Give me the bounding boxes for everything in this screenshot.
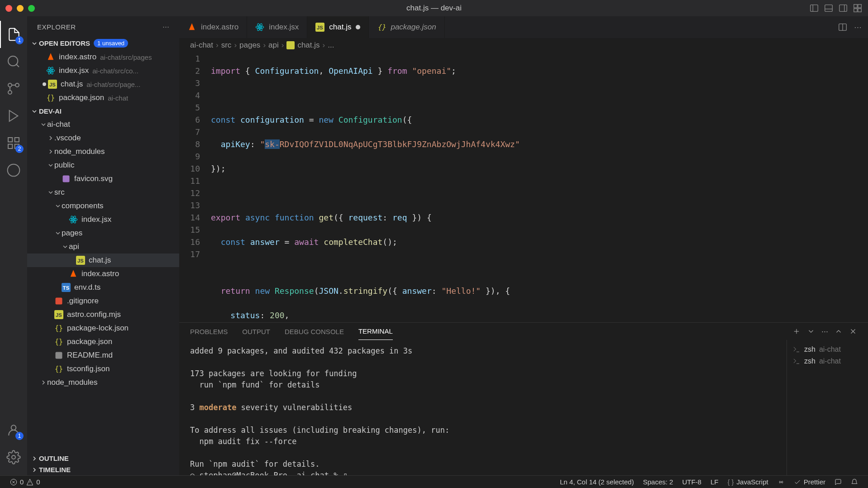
activity-explorer[interactable]: 1	[0, 21, 27, 48]
close-panel-icon[interactable]	[849, 327, 857, 335]
edge-icon	[6, 163, 21, 177]
activity-search[interactable]	[0, 48, 27, 75]
file-item[interactable]: .gitignore	[27, 294, 179, 308]
new-terminal-icon[interactable]	[792, 327, 801, 335]
code-content[interactable]: import { Configuration, OpenAIApi } from…	[211, 53, 868, 322]
svg-text:{}: {}	[377, 23, 386, 31]
chevron-icon	[47, 162, 54, 169]
explorer-more-icon[interactable]: ⋯	[162, 23, 170, 31]
file-item[interactable]: JSastro.config.mjs	[27, 308, 179, 321]
status-radio[interactable]	[773, 478, 789, 486]
split-editor-icon[interactable]	[838, 22, 848, 32]
window-maximize[interactable]	[28, 5, 35, 12]
svg-rect-0	[811, 5, 818, 12]
svg-rect-6	[854, 5, 857, 8]
panel-more-icon[interactable]: ⋯	[821, 327, 828, 335]
panel-tab-terminal[interactable]: TERMINAL	[358, 323, 393, 340]
svg-point-21	[11, 425, 16, 430]
file-item[interactable]: JSchat.js	[27, 254, 179, 267]
line-gutter: 1234567891011121314151617	[179, 53, 211, 322]
broadcast-icon	[777, 478, 785, 486]
activity-account[interactable]: 1	[0, 416, 27, 444]
open-editor-item[interactable]: index.astroai-chat/src/pages	[27, 50, 179, 64]
status-eol[interactable]: LF	[706, 478, 723, 486]
status-feedback[interactable]	[830, 478, 846, 486]
svg-rect-8	[854, 9, 857, 12]
status-language[interactable]: { } JavaScript	[723, 478, 773, 486]
maximize-panel-icon[interactable]	[835, 327, 843, 335]
toggle-panel-right-icon[interactable]	[838, 3, 848, 13]
status-encoding[interactable]: UTF-8	[677, 478, 706, 486]
terminal-output[interactable]: added 9 packages, and audited 432 packag…	[179, 340, 787, 487]
error-icon	[10, 478, 17, 486]
file-item[interactable]: index.astro	[27, 267, 179, 281]
svg-text:JS: JS	[49, 82, 56, 87]
panel-tab-problems[interactable]: PROBLEMS	[190, 323, 228, 340]
toggle-panel-bottom-icon[interactable]	[824, 3, 834, 13]
file-item[interactable]: {}package-lock.json	[27, 321, 179, 335]
file-item[interactable]: {}tsconfig.json	[27, 362, 179, 376]
open-editors-header[interactable]: OPEN EDITORS 1 unsaved	[27, 37, 179, 49]
open-editor-item[interactable]: index.jsxai-chat/src/co...	[27, 64, 179, 77]
folder-item[interactable]: components	[27, 199, 179, 213]
customize-layout-icon[interactable]	[853, 3, 863, 13]
toggle-panel-left-icon[interactable]	[809, 3, 819, 13]
folder-item[interactable]: api	[27, 240, 179, 254]
window-close[interactable]	[5, 5, 12, 12]
chevron-icon	[54, 202, 62, 210]
panel-tab-output[interactable]: OUTPUT	[242, 323, 270, 340]
folder-item[interactable]: node_modules	[27, 145, 179, 158]
svg-rect-17	[15, 138, 19, 142]
tab-more-icon[interactable]: ⋯	[854, 23, 862, 32]
editor-tab[interactable]: index.astro	[179, 16, 247, 38]
activity-settings[interactable]	[0, 444, 27, 471]
editor-tab[interactable]: {}package.json	[369, 16, 444, 38]
status-prettier[interactable]: Prettier	[789, 478, 830, 486]
file-item[interactable]: favicon.svg	[27, 172, 179, 186]
svg-point-46	[259, 26, 261, 28]
feedback-icon	[835, 478, 842, 486]
terminal-session-1[interactable]: zsh ai-chat	[792, 355, 863, 367]
file-item[interactable]: README.md	[27, 349, 179, 362]
panel-tabs: PROBLEMS OUTPUT DEBUG CONSOLE TERMINAL ⋯	[179, 323, 868, 340]
folder-item[interactable]: .vscode	[27, 131, 179, 145]
explorer-header: EXPLORER ⋯	[27, 16, 179, 37]
project-header[interactable]: DEV-AI	[27, 105, 179, 117]
window-minimize[interactable]	[17, 5, 24, 12]
modified-dot-icon[interactable]	[356, 25, 360, 29]
breadcrumb[interactable]: ai-chat› src› pages› api› chat.js› ...	[179, 38, 868, 53]
svg-text:JS: JS	[56, 312, 62, 318]
tabs-row: index.astroindex.jsxJSchat.js{}package.j…	[179, 16, 868, 38]
sidebar: EXPLORER ⋯ OPEN EDITORS 1 unsaved index.…	[27, 16, 179, 475]
outline-header[interactable]: OUTLINE	[27, 453, 179, 464]
timeline-header[interactable]: TIMELINE	[27, 464, 179, 475]
file-item[interactable]: {}package.json	[27, 335, 179, 349]
folder-item[interactable]: ai-chat	[27, 118, 179, 131]
modified-dot-icon	[43, 82, 46, 86]
activity-edge[interactable]	[0, 157, 27, 184]
activity-debug[interactable]	[0, 102, 27, 129]
file-item[interactable]: TSenv.d.ts	[27, 281, 179, 294]
status-spaces[interactable]: Spaces: 2	[639, 478, 678, 486]
extensions-badge: 2	[15, 145, 24, 153]
terminal-dropdown-icon[interactable]	[807, 327, 815, 335]
svg-point-22	[12, 455, 15, 459]
file-item[interactable]: index.jsx	[27, 213, 179, 226]
folder-item[interactable]: public	[27, 158, 179, 172]
open-editor-item[interactable]: JSchat.jsai-chat/src/page...	[27, 77, 179, 91]
status-bell[interactable]	[846, 478, 863, 486]
editor-tab[interactable]: JSchat.js	[307, 16, 369, 38]
panel-tab-debug[interactable]: DEBUG CONSOLE	[285, 323, 344, 340]
folder-item[interactable]: pages	[27, 226, 179, 240]
activity-scm[interactable]	[0, 75, 27, 102]
open-editor-item[interactable]: {}package.jsonai-chat	[27, 91, 179, 105]
svg-point-31	[72, 219, 74, 220]
editor-tab[interactable]: index.jsx	[247, 16, 307, 38]
status-errors[interactable]: 0 0	[5, 478, 45, 486]
terminal-session-0[interactable]: zsh ai-chat	[792, 344, 863, 355]
code-editor[interactable]: 1234567891011121314151617 import { Confi…	[179, 53, 868, 322]
status-cursor[interactable]: Ln 4, Col 14 (2 selected)	[555, 478, 638, 486]
activity-extensions[interactable]: 2	[0, 129, 27, 157]
folder-item[interactable]: node_modules	[27, 376, 179, 389]
folder-item[interactable]: src	[27, 186, 179, 199]
